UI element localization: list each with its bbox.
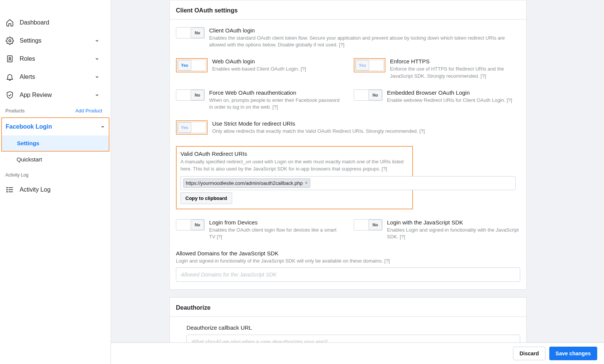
toggle-highlight: Yes — [354, 58, 385, 72]
save-changes-button[interactable]: Save changes — [549, 347, 597, 360]
setting-desc: When on, prompts people to enter their F… — [209, 97, 342, 111]
svg-point-2 — [9, 57, 11, 59]
section-redirect-uris: Valid OAuth Redirect URIs A manually spe… — [176, 144, 520, 209]
chip-remove-icon[interactable]: × — [305, 180, 308, 186]
card-client-oauth: Client OAuth settings No Client OAuth lo… — [169, 0, 527, 290]
toggle-handle-yes: Yes — [178, 60, 191, 71]
setting-title: Embedded Browser OAuth Login — [387, 89, 520, 96]
setting-enforce-https: Yes Enforce HTTPS Enforce the use of HTT… — [354, 58, 520, 79]
chip-text: https://yourmoodlesite.com/admin/oauth2c… — [186, 180, 303, 186]
product-facebook-login-highlight: Facebook Login Settings — [1, 117, 109, 152]
card-header: Deauthorize — [170, 298, 526, 317]
setting-login-devices: No Login from Devices Enables the OAuth … — [176, 219, 342, 240]
nav-alerts[interactable]: Alerts — [0, 68, 111, 86]
products-label: Products — [5, 108, 25, 114]
setting-desc: Enables Login and signed-in functionalit… — [387, 227, 520, 240]
house-icon — [5, 18, 14, 27]
list-icon — [5, 185, 14, 194]
setting-title: Web OAuth login — [212, 58, 342, 65]
setting-desc: Enforce the use of HTTPS for Redirect UR… — [390, 66, 520, 79]
setting-embedded-browser: No Embedded Browser OAuth Login Enable w… — [354, 89, 520, 111]
products-header: Products Add Product — [0, 104, 111, 117]
toggle-handle-yes: Yes — [178, 122, 191, 133]
nav-label: Dashboard — [20, 19, 49, 26]
setting-desc: Enables the standard OAuth client token … — [209, 35, 520, 48]
allowed-domains-desc: Login and signed-in functionality of the… — [176, 258, 520, 264]
product-sub-settings[interactable]: Settings — [2, 135, 109, 151]
toggle-handle-no: No — [191, 90, 204, 100]
toggle-enforce-https[interactable]: Yes — [355, 60, 384, 71]
toggle-handle-no: No — [191, 28, 204, 38]
setting-web-oauth: Yes Web OAuth login Enables web-based Cl… — [176, 58, 342, 79]
toggle-client-oauth[interactable]: No — [176, 27, 205, 38]
activity-log-header: Activity Log — [0, 167, 111, 181]
copy-to-clipboard-button[interactable]: Copy to clipboard — [180, 192, 232, 204]
bell-icon — [5, 72, 14, 81]
nav-settings[interactable]: Settings — [0, 32, 111, 50]
nav-activity-log[interactable]: Activity Log — [0, 181, 111, 199]
setting-client-oauth-login: No Client OAuth login Enables the standa… — [176, 27, 520, 48]
toggle-handle-no: No — [191, 220, 204, 230]
discard-button[interactable]: Discard — [513, 347, 545, 360]
footer-bar: Discard Save changes — [111, 342, 604, 364]
nav-roles[interactable]: Roles — [0, 50, 111, 68]
setting-title: Force Web OAuth reauthentication — [209, 89, 342, 96]
shield-check-icon — [5, 91, 14, 100]
setting-title: Enforce HTTPS — [390, 58, 520, 65]
toggle-highlight: Yes — [176, 120, 208, 135]
nav-dashboard[interactable]: Dashboard — [0, 14, 111, 32]
setting-title: Use Strict Mode for redirect URIs — [212, 120, 520, 127]
setting-force-reauth: No Force Web OAuth reauthentication When… — [176, 89, 342, 111]
redirect-uris-title: Valid OAuth Redirect URIs — [180, 151, 408, 157]
toggle-handle-yes: Yes — [356, 60, 369, 71]
setting-title: Client OAuth login — [209, 27, 520, 34]
main-content: Client OAuth settings No Client OAuth lo… — [111, 0, 604, 364]
deauth-callback-title: Deauthorize callback URL — [186, 324, 520, 331]
toggle-strict-mode[interactable]: Yes — [177, 122, 206, 133]
toggle-handle-no: No — [368, 220, 382, 230]
chevron-down-icon — [95, 38, 99, 43]
add-product-link[interactable]: Add Product — [75, 108, 105, 114]
setting-desc: Only allow redirects that exactly match … — [212, 128, 520, 135]
chevron-down-icon — [95, 57, 99, 61]
setting-title: Login from Devices — [209, 219, 342, 226]
toggle-force-reauth[interactable]: No — [176, 89, 205, 101]
nav-label: Alerts — [20, 74, 35, 80]
svg-point-7 — [7, 189, 8, 190]
toggle-login-jssdk[interactable]: No — [354, 219, 382, 230]
toggle-login-devices[interactable]: No — [176, 219, 205, 230]
allowed-domains-title: Allowed Domains for the JavaScript SDK — [176, 250, 520, 256]
svg-point-8 — [7, 192, 8, 192]
nav-label: Roles — [20, 55, 35, 62]
toggle-highlight: Yes — [176, 58, 208, 72]
toggle-handle-no: No — [368, 90, 382, 100]
toggle-web-oauth[interactable]: Yes — [177, 60, 206, 71]
badge-icon — [5, 54, 14, 63]
setting-desc: Enable webview Redirect URIs for Client … — [387, 97, 520, 104]
setting-strict-mode: Yes Use Strict Mode for redirect URIs On… — [176, 120, 520, 135]
svg-point-0 — [9, 40, 11, 42]
gear-icon — [5, 36, 14, 45]
card-header: Client OAuth settings — [170, 0, 526, 20]
redirect-uris-desc: A manually specified redirect_uri used w… — [180, 158, 408, 172]
sidebar: Dashboard Settings Roles Alerts App Revi… — [0, 0, 111, 364]
nav-app-review[interactable]: App Review — [0, 86, 111, 104]
allowed-domains-input[interactable] — [176, 267, 520, 282]
redirect-uri-chip: https://yourmoodlesite.com/admin/oauth2c… — [183, 178, 310, 188]
redirect-uris-highlight: Valid OAuth Redirect URIs A manually spe… — [176, 146, 413, 209]
setting-desc: Enables the OAuth client login flow for … — [209, 227, 342, 240]
nav-label: Activity Log — [20, 186, 51, 193]
toggle-embedded-browser[interactable]: No — [354, 89, 382, 101]
chevron-up-icon — [100, 124, 105, 129]
product-sub-quickstart[interactable]: Quickstart — [0, 152, 111, 167]
setting-title: Login with the JavaScript SDK — [387, 219, 520, 226]
product-facebook-login[interactable]: Facebook Login — [2, 118, 109, 135]
chevron-down-icon — [95, 93, 99, 97]
nav-label: App Review — [20, 92, 52, 98]
setting-login-jssdk: No Login with the JavaScript SDK Enables… — [354, 219, 520, 240]
chevron-down-icon — [95, 75, 99, 79]
setting-desc: Enables web-based Client OAuth Login. [?… — [212, 66, 342, 72]
svg-point-6 — [7, 187, 8, 188]
section-allowed-domains: Allowed Domains for the JavaScript SDK L… — [176, 250, 520, 282]
redirect-uris-input[interactable]: https://yourmoodlesite.com/admin/oauth2c… — [180, 176, 516, 190]
